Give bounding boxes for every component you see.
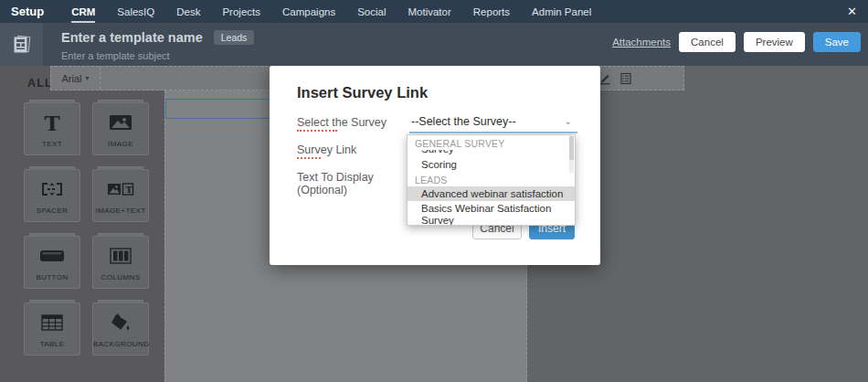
- spacer-icon: [25, 176, 79, 202]
- signature-icon[interactable]: [598, 72, 611, 85]
- attachments-link[interactable]: Attachments: [612, 37, 671, 48]
- nav-item-projects[interactable]: Projects: [222, 0, 260, 23]
- module-badge: Leads: [214, 30, 255, 45]
- dropdown-item-advanced-webinar[interactable]: Advanced webinar satisfaction: [408, 186, 575, 201]
- survey-link-label: Survey Link: [297, 143, 356, 156]
- nav-item-admin-panel[interactable]: Admin Panel: [532, 0, 591, 23]
- button-icon: [25, 243, 79, 269]
- setup-brand: Setup: [11, 5, 44, 18]
- required-indicator: [297, 130, 337, 132]
- top-navbar: Setup CRM SalesIQ Desk Projects Campaign…: [0, 0, 868, 23]
- survey-select-dropdown-panel: GENERAL SURVEY Survey Scoring LEADS Adva…: [407, 134, 576, 226]
- columns-icon: [93, 243, 148, 269]
- components-grid: T TEXT IMAGE: [24, 102, 149, 355]
- template-icon: [11, 34, 33, 56]
- required-indicator: [297, 157, 321, 159]
- component-button[interactable]: BUTTON: [24, 236, 80, 289]
- template-header-bar: Enter a template name Leads Enter a temp…: [0, 23, 868, 66]
- component-table[interactable]: TABLE: [24, 302, 80, 355]
- background-icon: [93, 310, 148, 335]
- component-spacer[interactable]: SPACER: [24, 169, 80, 222]
- dropdown-scrollbar[interactable]: [569, 136, 574, 173]
- cancel-button[interactable]: Cancel: [679, 32, 736, 52]
- image-icon: [93, 110, 148, 135]
- template-name-field[interactable]: Enter a template name: [61, 30, 203, 45]
- text-icon: T: [25, 110, 79, 135]
- text-to-display-label: Text To Display: [297, 171, 374, 184]
- nav-item-salesiq[interactable]: SalesIQ: [117, 0, 154, 23]
- dropdown-scrollbar-thumb[interactable]: [569, 136, 574, 160]
- svg-text:T: T: [126, 185, 133, 195]
- component-text[interactable]: T TEXT: [24, 102, 80, 155]
- font-family-dropdown[interactable]: Arial ▾: [51, 67, 101, 90]
- close-icon[interactable]: ✕: [847, 0, 857, 23]
- preview-button[interactable]: Preview: [744, 32, 805, 52]
- dropdown-group-leads: LEADS: [408, 172, 575, 186]
- nav-item-crm[interactable]: CRM: [71, 0, 95, 23]
- nav-item-desk[interactable]: Desk: [176, 0, 200, 23]
- dropdown-group-general-survey: GENERAL SURVEY: [408, 135, 575, 150]
- template-editor-app: Setup CRM SalesIQ Desk Projects Campaign…: [0, 0, 868, 382]
- nav-item-motivator[interactable]: Motivator: [408, 0, 451, 23]
- dropdown-item-scoring[interactable]: Scoring: [408, 157, 575, 172]
- component-image[interactable]: IMAGE: [92, 102, 149, 155]
- nav-item-campaigns[interactable]: Campaigns: [282, 0, 335, 23]
- component-background[interactable]: BACKGROUND: [92, 302, 149, 355]
- dropdown-item-basics-webinar[interactable]: Basics Webinar Satisfaction Survey: [408, 201, 575, 226]
- text-to-display-optional: (Optional): [297, 184, 347, 196]
- select-survey-label: Select the Survey: [297, 116, 386, 129]
- nav-item-social[interactable]: Social: [357, 0, 386, 23]
- image-text-icon: T: [93, 176, 148, 202]
- modal-title: Insert Survey Link: [297, 84, 428, 101]
- caret-down-icon: ▾: [86, 74, 90, 82]
- survey-select-value: --Select the Survey--: [411, 115, 516, 128]
- nav-item-reports[interactable]: Reports: [473, 0, 510, 23]
- survey-checklist-icon[interactable]: [619, 72, 632, 85]
- top-nav-menu: CRM SalesIQ Desk Projects Campaigns Soci…: [71, 0, 591, 23]
- dropdown-item-survey[interactable]: Survey: [408, 150, 575, 157]
- component-image-text[interactable]: T IMAGE+TEXT: [92, 169, 149, 222]
- survey-select-field[interactable]: --Select the Survey-- ⌄: [409, 113, 577, 133]
- save-button[interactable]: Save: [813, 32, 861, 52]
- components-sidebar: ALL COMPONENTS T TEXT IMAGE: [0, 66, 178, 382]
- chevron-down-icon: ⌄: [565, 116, 572, 126]
- component-columns[interactable]: COLUMNS: [92, 236, 149, 289]
- template-icon-box: [0, 23, 43, 66]
- table-icon: [25, 310, 79, 335]
- template-subject-field[interactable]: Enter a template subject: [61, 50, 170, 61]
